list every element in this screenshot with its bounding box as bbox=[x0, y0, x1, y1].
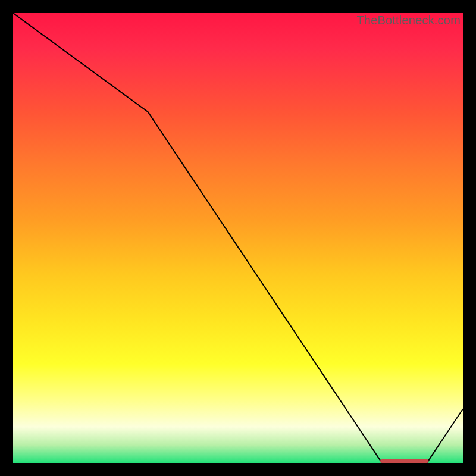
chart-svg bbox=[13, 13, 463, 463]
watermark-label: TheBottleneck.com bbox=[356, 14, 461, 27]
chart-line bbox=[13, 13, 463, 463]
plot-area: TheBottleneck.com bbox=[13, 13, 463, 463]
chart-frame: TheBottleneck.com bbox=[0, 0, 476, 476]
